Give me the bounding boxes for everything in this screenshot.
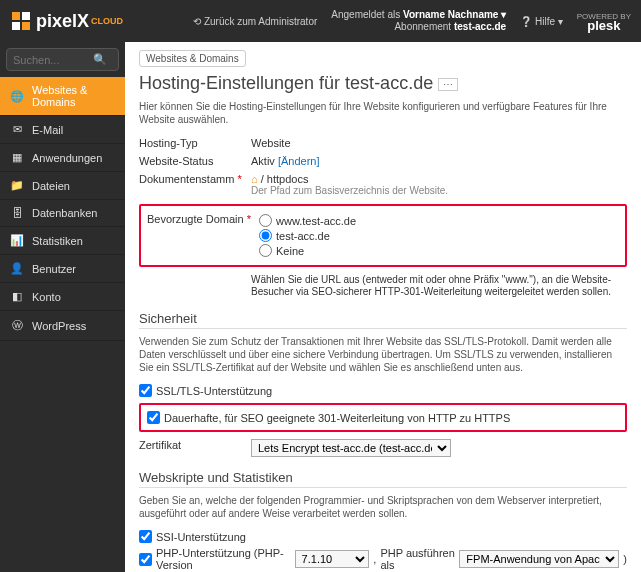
database-icon: 🗄	[10, 207, 24, 219]
preferred-domain-radio-root[interactable]	[259, 229, 272, 242]
content: Websites & Domains Hosting-Einstellungen…	[125, 42, 641, 572]
search-box[interactable]: 🔍	[6, 48, 119, 71]
page-title: Hosting-Einstellungen für test-acc.de ⋯	[139, 73, 627, 94]
sidebar-item-wordpress[interactable]: ⓦWordPress	[0, 311, 125, 341]
certificate-label: Zertifikat	[139, 439, 251, 457]
title-menu-button[interactable]: ⋯	[438, 78, 458, 91]
chart-icon: 📊	[10, 234, 24, 247]
sidebar-item-databases[interactable]: 🗄Datenbanken	[0, 200, 125, 227]
page-intro: Hier können Sie die Hosting-Einstellunge…	[139, 100, 627, 126]
website-status-label: Website-Status	[139, 155, 251, 167]
ssi-label: SSI-Unterstützung	[156, 531, 246, 543]
apps-icon: ▦	[10, 151, 24, 164]
back-to-admin-link[interactable]: ⟲ Zurück zum Administrator	[193, 16, 317, 27]
sidebar-item-email[interactable]: ✉E-Mail	[0, 116, 125, 144]
account-icon: ◧	[10, 290, 24, 303]
preferred-domain-hint: Wählen Sie die URL aus (entweder mit ode…	[251, 274, 627, 298]
php-checkbox[interactable]	[139, 553, 152, 566]
preferred-domain-radio-none[interactable]	[259, 244, 272, 257]
user-icon: 👤	[10, 262, 24, 275]
security-desc: Verwenden Sie zum Schutz der Transaktion…	[139, 335, 627, 374]
globe-icon: 🌐	[10, 90, 24, 103]
docroot-label: Dokumentenstamm	[139, 173, 234, 185]
change-status-link[interactable]: [Ändern]	[278, 155, 320, 167]
php-version-select[interactable]: 7.1.10	[295, 550, 370, 568]
sidebar-item-files[interactable]: 📁Dateien	[0, 172, 125, 200]
scripts-desc: Geben Sie an, welche der folgenden Progr…	[139, 494, 627, 520]
brand-sub: CLOUD	[91, 16, 123, 26]
help-link[interactable]: ❔ Hilfe	[520, 16, 563, 27]
brand-name: pixelX	[36, 11, 89, 32]
mail-icon: ✉	[10, 123, 24, 136]
sidebar: 🔍 🌐Websites & Domains ✉E-Mail ▦Anwendung…	[0, 42, 125, 572]
sidebar-item-account[interactable]: ◧Konto	[0, 283, 125, 311]
php-label: PHP-Unterstützung (PHP-Version	[156, 547, 291, 571]
preferred-domain-label: Bevorzugte Domain	[147, 213, 244, 225]
preferred-domain-highlight: Bevorzugte Domain * www.test-acc.de test…	[139, 204, 627, 267]
breadcrumb[interactable]: Websites & Domains	[139, 50, 246, 67]
hosting-type-value: Website	[251, 137, 627, 149]
svg-rect-1	[22, 12, 30, 20]
svg-rect-2	[12, 22, 20, 30]
seo-redirect-label: Dauerhafte, für SEO geeignete 301-Weiter…	[164, 412, 510, 424]
redirect-highlight: Dauerhafte, für SEO geeignete 301-Weiter…	[139, 403, 627, 432]
preferred-domain-opt-root: test-acc.de	[276, 230, 330, 242]
preferred-domain-radio-www[interactable]	[259, 214, 272, 227]
brand-logo: pixelXCLOUD	[0, 10, 133, 32]
sidebar-item-users[interactable]: 👤Benutzer	[0, 255, 125, 283]
website-status-value: Aktiv	[251, 155, 275, 167]
plesk-badge: POWERED BY plesk	[577, 12, 631, 30]
seo-redirect-checkbox[interactable]	[147, 411, 160, 424]
home-icon: ⌂	[251, 173, 258, 185]
search-input[interactable]	[13, 54, 93, 66]
top-right: ⟲ Zurück zum Administrator Angemeldet al…	[193, 9, 641, 33]
php-run-as-select[interactable]: FPM-Anwendung von Apache bedient	[459, 550, 619, 568]
preferred-domain-opt-none: Keine	[276, 245, 304, 257]
sidebar-item-stats[interactable]: 📊Statistiken	[0, 227, 125, 255]
user-menu[interactable]: Angemeldet als Vorname Nachname Abonneme…	[331, 9, 506, 33]
security-heading: Sicherheit	[139, 311, 627, 329]
certificate-select[interactable]: Lets Encrypt test-acc.de (test-acc.de)	[251, 439, 451, 457]
sidebar-item-websites[interactable]: 🌐Websites & Domains	[0, 77, 125, 116]
scripts-heading: Webskripte und Statistiken	[139, 470, 627, 488]
svg-rect-0	[12, 12, 20, 20]
php-run-as-label: PHP ausführen als	[380, 547, 455, 571]
sidebar-item-apps[interactable]: ▦Anwendungen	[0, 144, 125, 172]
wordpress-icon: ⓦ	[10, 318, 24, 333]
preferred-domain-opt-www: www.test-acc.de	[276, 215, 356, 227]
top-bar: pixelXCLOUD ⟲ Zurück zum Administrator A…	[0, 0, 641, 42]
docroot-value: / httpdocs	[261, 173, 309, 185]
hosting-type-label: Hosting-Typ	[139, 137, 251, 149]
ssl-support-checkbox[interactable]	[139, 384, 152, 397]
ssl-support-label: SSL/TLS-Unterstützung	[156, 385, 272, 397]
ssi-checkbox[interactable]	[139, 530, 152, 543]
folder-icon: 📁	[10, 179, 24, 192]
svg-rect-3	[22, 22, 30, 30]
docroot-hint: Der Pfad zum Basisverzeichnis der Websit…	[251, 185, 627, 197]
